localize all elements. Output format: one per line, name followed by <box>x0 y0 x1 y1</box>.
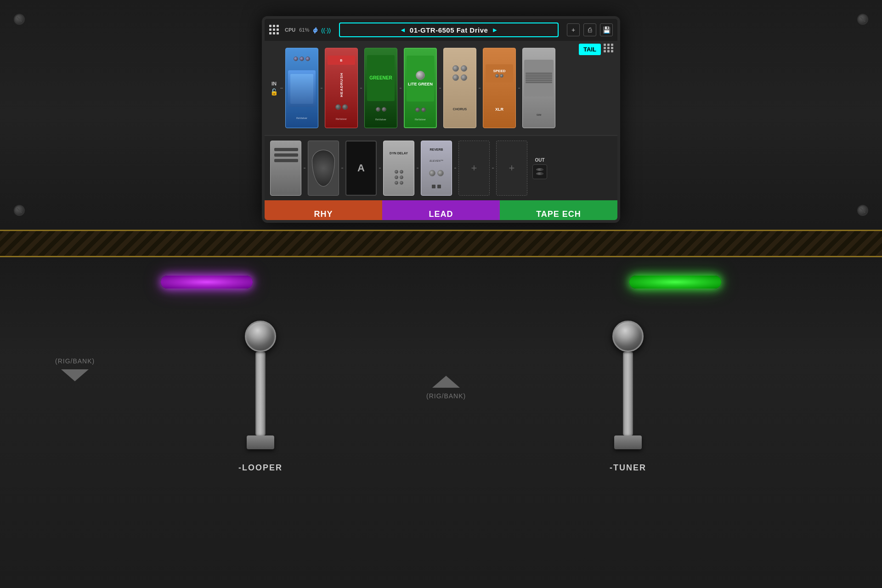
out-jack <box>532 164 547 179</box>
bluetooth-icon: 𝟇 <box>313 26 317 34</box>
footswitch-tuner[interactable]: -TUNER <box>610 321 646 473</box>
pedal-greener-label: ReValver <box>375 118 386 121</box>
tail-button[interactable]: TAIL <box>579 44 601 55</box>
preset-btn-tape-ech[interactable]: TAPE ECH <box>500 200 617 220</box>
center-nav-triangle: (RIG/BANK) <box>426 376 466 400</box>
headrush-label: B <box>340 59 342 62</box>
nav-left-arrow[interactable]: ◄ <box>400 26 406 34</box>
tuner-shaft <box>623 352 633 435</box>
pedal-lite-green-label: ReValver <box>415 118 426 121</box>
pedal-expression-a[interactable]: A <box>345 141 377 196</box>
cpu-value: 61% <box>299 27 309 33</box>
controls-row: (RIG/BANK) -LOOPER (RIG/BANK) <box>0 302 882 588</box>
looper-shaft <box>255 352 266 435</box>
tuner-base <box>614 435 642 449</box>
xlr-text: XLR <box>495 107 503 112</box>
speed-text: SPEED <box>493 69 505 73</box>
pedal-dyn-delay[interactable]: DYN DELAY <box>383 141 414 196</box>
looper-cap[interactable] <box>245 321 276 352</box>
chain-connector-1 <box>280 88 283 89</box>
preset-name: 01-GTR-6505 Fat Drive <box>410 26 488 34</box>
pedal-volume[interactable] <box>308 141 339 196</box>
device-body: CPU 61% 𝟇 ((·)) ◄ 01-GTR-6505 Fat Drive … <box>0 0 882 588</box>
add-icon-button[interactable]: + <box>567 23 580 36</box>
pedal-amp-sim[interactable]: SIM <box>522 48 555 128</box>
add-2-icon: + <box>509 162 515 174</box>
gold-stripe <box>0 230 882 257</box>
screen-container: CPU 61% 𝟇 ((·)) ◄ 01-GTR-6505 Fat Drive … <box>262 16 620 223</box>
grid-icon[interactable] <box>269 25 279 35</box>
eleven-text: ELEVEN™ <box>430 159 443 162</box>
add-slot-2[interactable]: + <box>496 141 527 196</box>
preset-btn-rhy[interactable]: RHY <box>265 200 382 220</box>
screen: CPU 61% 𝟇 ((·)) ◄ 01-GTR-6505 Fat Drive … <box>265 19 617 220</box>
pedal-greener[interactable]: GREENER ReValver <box>364 48 397 128</box>
screw-bl <box>14 205 25 216</box>
pedal-lite-green[interactable]: LITE GREEN ReValver <box>404 48 437 128</box>
amp-sim-label: SIM <box>537 113 542 116</box>
pedal-headrush-label: ReValver <box>336 118 347 120</box>
bottom-chain: A DYN DELAY <box>265 136 617 200</box>
pedal-reverb[interactable]: REVERB ELEVEN™ <box>421 141 452 196</box>
screw-tr <box>857 14 868 25</box>
preset-nav[interactable]: ◄ 01-GTR-6505 Fat Drive ► <box>339 23 559 37</box>
device-top: CPU 61% 𝟇 ((·)) ◄ 01-GTR-6505 Fat Drive … <box>0 0 882 230</box>
screw-tl <box>14 14 25 25</box>
tuner-cap[interactable] <box>612 321 644 352</box>
pedal-xlr[interactable]: SPEED XLR <box>483 48 516 128</box>
pedal-compressor[interactable]: ReValver <box>285 48 318 128</box>
triangle-up-icon <box>432 376 460 388</box>
looper-base <box>247 435 274 449</box>
nav-right-arrow[interactable]: ► <box>492 26 498 34</box>
left-nav-triangle: (RIG/BANK) <box>55 357 95 381</box>
out-label: OUT <box>535 158 544 163</box>
cpu-label: CPU <box>285 27 295 33</box>
pedal-headrush[interactable]: B HEADRUSH ReValver <box>325 48 358 128</box>
tuner-label: -TUNER <box>610 463 646 473</box>
screen-topbar: CPU 61% 𝟇 ((·)) ◄ 01-GTR-6505 Fat Drive … <box>265 19 617 41</box>
headrush-text: HEADRUSH <box>339 73 344 97</box>
print-icon-button[interactable]: ⎙ <box>583 23 596 36</box>
reverb-text: REVERB <box>430 148 443 151</box>
looper-label: -LOOPER <box>238 463 283 473</box>
preset-btn-lead[interactable]: LEAD <box>382 200 500 220</box>
pedal-compressor-label: ReValver <box>296 117 307 119</box>
led-tuner <box>629 276 721 288</box>
triangle-down-icon <box>61 369 89 381</box>
greener-text: GREENER <box>369 75 392 80</box>
footswitch-looper[interactable]: -LOOPER <box>238 321 283 473</box>
preset-buttons: RHY LEAD TAPE ECH <box>265 200 617 220</box>
lite-green-text: LITE GREEN <box>408 82 433 86</box>
wifi-icon: ((·)) <box>321 27 331 34</box>
add-slot-1[interactable]: + <box>458 141 490 196</box>
expr-a-label: A <box>357 162 365 174</box>
pedal-wah[interactable] <box>270 141 301 196</box>
screw-br <box>857 205 868 216</box>
dyn-delay-text: DYN DELAY <box>390 152 408 155</box>
led-looper <box>161 276 253 288</box>
top-right-grid-icon[interactable] <box>604 44 614 52</box>
add-1-icon: + <box>471 162 477 174</box>
chorus-label: CHORUS <box>453 107 467 111</box>
led-row <box>0 262 882 302</box>
save-icon-button[interactable]: 💾 <box>600 23 613 36</box>
in-label: IN 🔓 <box>270 81 278 96</box>
lock-icon: 🔓 <box>270 88 278 96</box>
out-connector: OUT <box>532 158 547 179</box>
pedal-chorus[interactable]: CHORUS <box>443 48 476 128</box>
footswitch-section: (RIG/BANK) -LOOPER (RIG/BANK) <box>0 257 882 588</box>
